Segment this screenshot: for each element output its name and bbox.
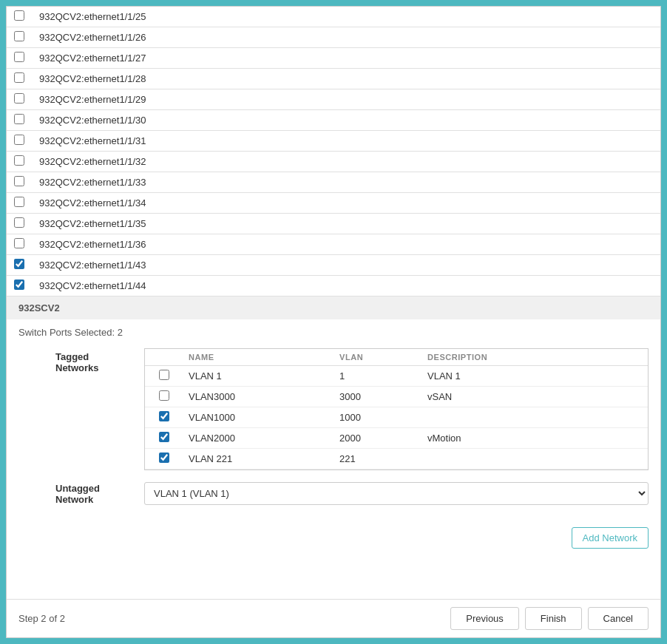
tagged-name: VLAN1000 — [183, 407, 334, 428]
tagged-vlan: 221 — [334, 449, 421, 470]
tagged-row: VLAN20002000vMotion — [145, 428, 648, 449]
footer: Step 2 of 2 Previous Finish Cancel — [7, 599, 660, 637]
port-checkbox[interactable] — [14, 93, 24, 104]
port-label: 932QCV2:ethernet1/1/34 — [33, 193, 660, 214]
port-row: 932QCV2:ethernet1/1/25 — [7, 7, 660, 27]
tagged-networks-label: TaggedNetworks — [55, 348, 137, 470]
tagged-name: VLAN3000 — [183, 387, 334, 407]
tagged-table: NAME VLAN DESCRIPTION VLAN 11VLAN 1VLAN3… — [145, 349, 648, 470]
tagged-checkbox[interactable] — [159, 432, 169, 442]
previous-button[interactable]: Previous — [450, 607, 519, 630]
port-label: 932QCV2:ethernet1/1/33 — [33, 172, 660, 193]
tagged-checkbox[interactable] — [159, 411, 169, 421]
tagged-vlan: 3000 — [334, 387, 421, 407]
tagged-description: vSAN — [421, 387, 648, 407]
tagged-vlan: 2000 — [334, 428, 421, 449]
port-row: 932QCV2:ethernet1/1/29 — [7, 89, 660, 110]
port-label: 932QCV2:ethernet1/1/26 — [33, 27, 660, 48]
port-row: 932QCV2:ethernet1/1/34 — [7, 193, 660, 214]
port-checkbox[interactable] — [14, 52, 24, 62]
ports-table: 932QCV2:ethernet1/1/25932QCV2:ethernet1/… — [7, 7, 660, 296]
port-checkbox[interactable] — [14, 10, 24, 21]
port-checkbox[interactable] — [14, 155, 24, 166]
untagged-network-label: UntaggedNetwork — [55, 483, 137, 505]
step-label: Step 2 of 2 — [18, 613, 65, 624]
col-header-description: DESCRIPTION — [421, 349, 648, 366]
cancel-button[interactable]: Cancel — [588, 607, 649, 630]
tagged-name: VLAN 1 — [183, 366, 334, 387]
tagged-name: VLAN 221 — [183, 449, 334, 470]
tagged-checkbox[interactable] — [159, 390, 169, 401]
port-checkbox[interactable] — [14, 114, 24, 124]
port-checkbox[interactable] — [14, 72, 24, 83]
port-row: 932QCV2:ethernet1/1/28 — [7, 69, 660, 89]
tagged-section: TaggedNetworks NAME VLAN DESCRIPTION VLA… — [18, 348, 649, 470]
tagged-description: VLAN 1 — [421, 366, 648, 387]
footer-buttons: Previous Finish Cancel — [450, 607, 649, 630]
port-label: 932QCV2:ethernet1/1/29 — [33, 89, 660, 110]
port-row: 932QCV2:ethernet1/1/44 — [7, 276, 660, 296]
port-checkbox[interactable] — [14, 259, 24, 269]
tagged-description — [421, 407, 648, 428]
section-below: Switch Ports Selected: 2 TaggedNetworks … — [7, 319, 660, 527]
port-row: 932QCV2:ethernet1/1/27 — [7, 48, 660, 69]
port-checkbox[interactable] — [14, 31, 24, 41]
port-label: 932QCV2:ethernet1/1/27 — [33, 48, 660, 69]
port-checkbox[interactable] — [14, 279, 24, 290]
col-header-checkbox — [145, 349, 183, 366]
port-label: 932QCV2:ethernet1/1/36 — [33, 234, 660, 255]
main-container: 932QCV2:ethernet1/1/25932QCV2:ethernet1/… — [6, 6, 661, 638]
tagged-vlan: 1000 — [334, 407, 421, 428]
tagged-name: VLAN2000 — [183, 428, 334, 449]
port-label: 932QCV2:ethernet1/1/32 — [33, 152, 660, 172]
tagged-checkbox[interactable] — [159, 453, 169, 463]
col-header-name: NAME — [183, 349, 334, 366]
add-network-button[interactable]: Add Network — [572, 527, 649, 549]
tagged-table-container[interactable]: NAME VLAN DESCRIPTION VLAN 11VLAN 1VLAN3… — [144, 348, 649, 470]
untagged-network-select[interactable]: VLAN 1 (VLAN 1)VLAN3000 (VLAN 3000)VLAN1… — [144, 482, 649, 505]
port-row: 932QCV2:ethernet1/1/32 — [7, 152, 660, 172]
port-label: 932QCV2:ethernet1/1/35 — [33, 214, 660, 234]
port-row: 932QCV2:ethernet1/1/35 — [7, 214, 660, 234]
content-area: 932QCV2:ethernet1/1/25932QCV2:ethernet1/… — [7, 7, 660, 599]
switch-ports-selected: Switch Ports Selected: 2 — [18, 327, 649, 338]
port-label: 932QCV2:ethernet1/1/44 — [33, 276, 660, 296]
tagged-row: VLAN 11VLAN 1 — [145, 366, 648, 387]
finish-button[interactable]: Finish — [525, 607, 582, 630]
port-checkbox[interactable] — [14, 176, 24, 186]
port-row: 932QCV2:ethernet1/1/36 — [7, 234, 660, 255]
tagged-checkbox[interactable] — [159, 370, 169, 380]
port-checkbox[interactable] — [14, 217, 24, 228]
tagged-vlan: 1 — [334, 366, 421, 387]
untagged-section: UntaggedNetwork VLAN 1 (VLAN 1)VLAN3000 … — [18, 482, 649, 505]
port-row: 932QCV2:ethernet1/1/33 — [7, 172, 660, 193]
port-checkbox[interactable] — [14, 197, 24, 207]
tagged-row: VLAN 221221 — [145, 449, 648, 470]
port-label: 932QCV2:ethernet1/1/43 — [33, 255, 660, 276]
tagged-row: VLAN30003000vSAN — [145, 387, 648, 407]
port-label: 932QCV2:ethernet1/1/25 — [33, 7, 660, 27]
port-label: 932QCV2:ethernet1/1/28 — [33, 69, 660, 89]
tagged-description: vMotion — [421, 428, 648, 449]
port-label: 932QCV2:ethernet1/1/30 — [33, 110, 660, 131]
tagged-description — [421, 449, 648, 470]
add-network-row: Add Network — [7, 527, 660, 556]
switch-group-header: 932SCV2 — [7, 296, 660, 319]
port-checkbox[interactable] — [14, 135, 24, 145]
port-row: 932QCV2:ethernet1/1/31 — [7, 131, 660, 152]
port-checkbox[interactable] — [14, 238, 24, 248]
tagged-row: VLAN10001000 — [145, 407, 648, 428]
port-label: 932QCV2:ethernet1/1/31 — [33, 131, 660, 152]
port-row: 932QCV2:ethernet1/1/26 — [7, 27, 660, 48]
port-row: 932QCV2:ethernet1/1/43 — [7, 255, 660, 276]
col-header-vlan: VLAN — [334, 349, 421, 366]
port-row: 932QCV2:ethernet1/1/30 — [7, 110, 660, 131]
